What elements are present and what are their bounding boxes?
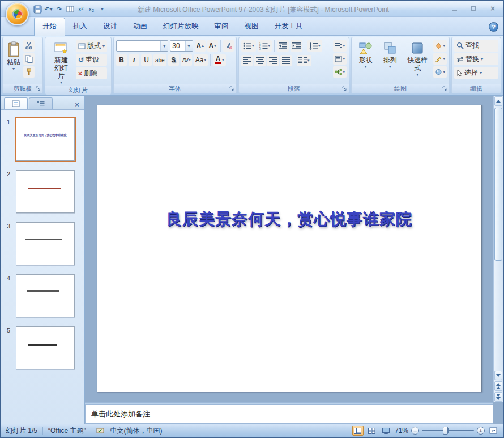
columns-button[interactable]: ▾ [297,55,311,66]
undo-button[interactable]: ↶▾ [44,4,53,14]
slide-editor-canvas[interactable]: 良辰美景奈何天，赏心悦事谁家院 [85,96,493,402]
spellcheck-status[interactable] [96,427,105,434]
clear-formatting-button[interactable] [223,40,234,52]
decrease-indent-button[interactable] [277,40,289,52]
help-button[interactable]: ? [489,22,498,32]
numbering-button[interactable]: 123 ▾ [258,40,272,52]
table-button[interactable] [65,4,75,14]
paragraph-dialog-launcher[interactable] [341,85,348,92]
language-status[interactable]: 中文(简体，中国) [110,426,162,436]
tab-home[interactable]: 开始 [34,18,65,36]
line-spacing-button[interactable]: ▾ [307,40,322,52]
slide-indicator[interactable]: 幻灯片 1/5 [6,426,37,436]
outline-tab[interactable] [29,97,53,109]
zoom-level[interactable]: 71% [395,427,408,435]
arrange-button[interactable]: 排列 ▾ [378,39,402,84]
redo-button[interactable]: ↷ [54,4,64,14]
quick-styles-button[interactable]: 快速样式 ▾ [403,39,432,84]
bold-button[interactable]: B [116,54,127,66]
reset-button[interactable]: ↺ 重设 [76,54,107,66]
align-text-button[interactable]: ▾ [333,53,347,65]
font-dialog-launcher[interactable] [228,85,235,92]
notes-pane[interactable]: 单击此处添加备注 [85,405,493,424]
minimize-button[interactable] [449,5,460,12]
theme-name[interactable]: “Office 主题” [48,426,86,436]
scrollbar-thumb[interactable] [494,108,502,261]
tab-developer[interactable]: 开发工具 [267,18,311,35]
increase-indent-button[interactable] [291,40,302,52]
paste-button[interactable]: 粘贴 ▾ [5,39,22,84]
font-size-input[interactable] [170,41,185,51]
previous-slide-button[interactable] [494,381,502,391]
slide-sorter-view-button[interactable] [366,426,378,436]
text-shadow-button[interactable]: S [168,54,179,66]
subscript-button[interactable]: x₂ [87,4,96,14]
find-button[interactable]: 查找 [454,40,498,52]
maximize-button[interactable] [468,5,479,12]
qat-customize-button[interactable]: ▾ [97,4,107,14]
tab-review[interactable]: 审阅 [207,18,237,35]
zoom-slider[interactable] [422,427,474,435]
slide-canvas[interactable]: 良辰美景奈何天，赏心悦事谁家院 [97,105,482,392]
shape-effects-button[interactable]: ▾ [433,66,447,78]
normal-view-button[interactable] [352,426,364,436]
slides-tab[interactable] [4,97,28,109]
slide-thumbnail-4[interactable] [16,274,75,317]
select-button[interactable]: 选择 ▾ [454,67,498,79]
slide-title-textbox[interactable]: 良辰美景奈何天，赏心悦事谁家院 [97,209,481,230]
new-slide-button[interactable]: 新建幻灯片 ▾ [48,39,75,86]
shape-fill-button[interactable]: ▾ [433,40,447,52]
font-name-dropdown-icon[interactable]: ▾ [160,41,168,51]
bullets-button[interactable]: ▾ [241,40,256,52]
underline-button[interactable]: U [141,54,152,66]
shapes-button[interactable]: 形状 ▾ [354,39,377,84]
scroll-up-button[interactable] [494,96,502,106]
align-left-button[interactable] [241,55,253,66]
slide-show-view-button[interactable] [381,426,392,436]
close-button[interactable]: × [487,5,498,12]
shape-outline-button[interactable]: ▾ [433,53,447,65]
font-size-combo[interactable]: ▾ [170,40,193,52]
slide-thumbnail-1[interactable]: 良辰美景奈何天，赏心悦事谁家院 [16,118,75,161]
convert-smartart-button[interactable]: ▾ [333,66,347,78]
zoom-out-button[interactable]: – [411,427,419,435]
text-direction-button[interactable]: ▾ [333,40,347,52]
character-spacing-button[interactable]: AV▾ [181,54,192,66]
superscript-button[interactable]: x² [76,4,86,14]
drawing-dialog-launcher[interactable] [441,85,448,92]
scroll-down-button[interactable] [494,371,502,380]
font-name-input[interactable] [117,41,160,51]
tab-animations[interactable]: 动画 [125,18,155,35]
zoom-slider-thumb[interactable] [443,427,448,435]
copy-button[interactable] [23,53,35,65]
scrollbar-track[interactable] [494,107,503,370]
tab-insert[interactable]: 插入 [65,18,95,35]
office-button[interactable] [6,2,29,25]
format-painter-button[interactable] [23,66,35,78]
align-right-button[interactable] [267,55,279,66]
next-slide-button[interactable] [494,392,502,402]
font-name-combo[interactable]: ▾ [116,40,168,52]
tab-view[interactable]: 视图 [237,18,267,35]
slide-thumbnail-2[interactable] [16,170,75,213]
font-color-button[interactable]: A ▾ [213,54,226,66]
shrink-font-button[interactable]: A▾ [207,40,218,52]
tab-slideshow[interactable]: 幻灯片放映 [155,18,207,35]
justify-button[interactable] [280,55,292,66]
font-size-dropdown-icon[interactable]: ▾ [185,41,193,51]
slide-thumbnail-5[interactable] [16,326,75,369]
replace-button[interactable]: 替换 ▾ [454,53,498,65]
change-case-button[interactable]: Aa▾ [194,54,208,66]
align-center-button[interactable] [254,55,266,66]
italic-button[interactable]: I [129,54,139,66]
close-pane-button[interactable]: × [72,100,82,109]
delete-button[interactable]: × 删除 [76,67,107,79]
strikethrough-button[interactable]: abe [153,54,166,66]
tab-design[interactable]: 设计 [95,18,125,35]
cut-button[interactable] [23,40,35,52]
layout-button[interactable]: 版式 ▾ [76,40,107,52]
save-button[interactable] [33,4,42,14]
zoom-in-button[interactable]: + [477,427,485,435]
grow-font-button[interactable]: A▴ [195,40,206,52]
fit-to-window-button[interactable] [488,426,498,436]
